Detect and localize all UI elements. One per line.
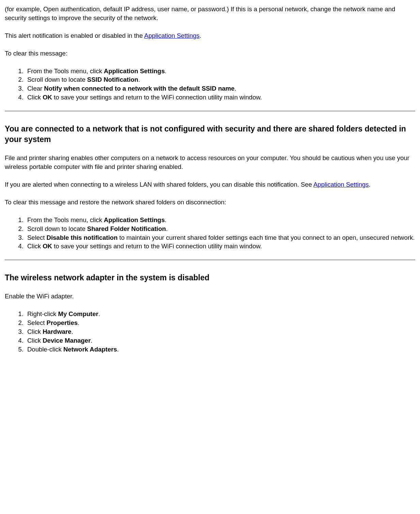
list-item: Right-click My Computer. xyxy=(25,310,415,318)
list-item: Click Device Manager. xyxy=(25,336,415,345)
list-item: From the Tools menu, click Application S… xyxy=(25,216,415,224)
clear-message-intro: To clear this message: xyxy=(5,49,415,58)
list-item: Click OK to save your settings and retur… xyxy=(25,93,415,102)
application-settings-link[interactable]: Application Settings xyxy=(144,32,200,39)
list-item: Select Properties. xyxy=(25,318,415,327)
list-item: From the Tools menu, click Application S… xyxy=(25,67,415,76)
list-item: Double-click Network Adapters. xyxy=(25,345,415,354)
divider xyxy=(5,111,415,111)
application-settings-link[interactable]: Application Settings xyxy=(313,181,369,188)
section-heading-adapter-disabled: The wireless network adapter in the syst… xyxy=(5,272,415,283)
list-item: Scroll down to locate Shared Folder Noti… xyxy=(25,224,415,233)
list-item: Clear Notify when connected to a network… xyxy=(25,84,415,93)
alert-text-before: This alert notification is enabled or di… xyxy=(5,32,144,39)
list-item: Click OK to save your settings and retur… xyxy=(25,242,415,251)
divider xyxy=(5,260,415,260)
steps-list-3: Right-click My Computer. Select Properti… xyxy=(5,310,415,354)
intro-paragraph: (for example, Open authentication, defau… xyxy=(5,5,415,22)
enable-adapter-para: Enable the WiFi adapter. xyxy=(5,292,415,301)
list-item: Click Hardware. xyxy=(25,327,415,336)
para2-after: . xyxy=(369,181,371,188)
section-heading-shared-folders: You are connected to a network that is n… xyxy=(5,124,415,145)
steps-list-2: From the Tools menu, click Application S… xyxy=(5,216,415,251)
para2-before: If you are alerted when connecting to a … xyxy=(5,181,313,188)
shared-folders-para2: If you are alerted when connecting to a … xyxy=(5,180,415,189)
steps-list-1: From the Tools menu, click Application S… xyxy=(5,67,415,102)
list-item: Scroll down to locate SSID Notification. xyxy=(25,75,415,84)
list-item: Select Disable this notification to main… xyxy=(25,233,415,242)
alert-text-after: . xyxy=(200,32,201,39)
alert-paragraph: This alert notification is enabled or di… xyxy=(5,31,415,40)
clear-message-intro-2: To clear this message and restore the ne… xyxy=(5,198,415,207)
shared-folders-para1: File and printer sharing enables other c… xyxy=(5,154,415,171)
